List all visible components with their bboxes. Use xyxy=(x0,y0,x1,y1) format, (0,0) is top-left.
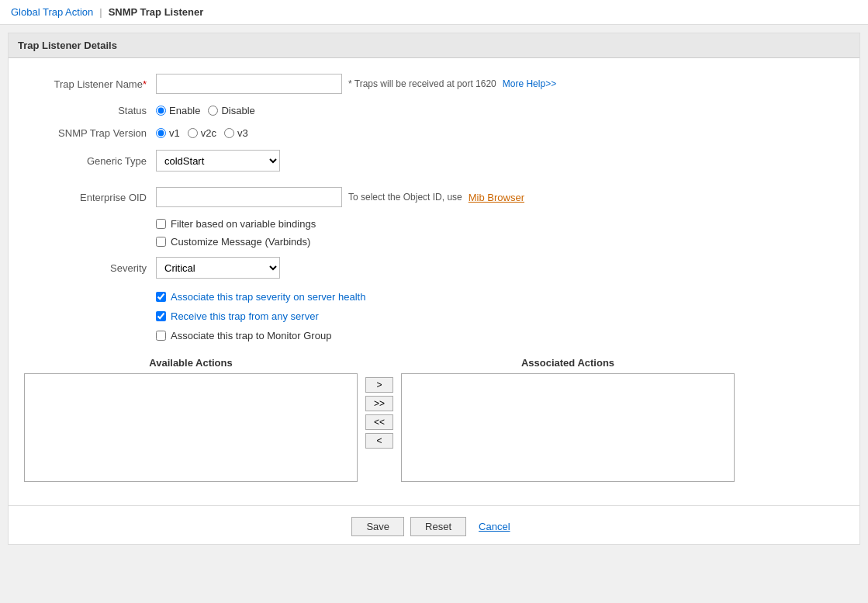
customize-message-checkbox[interactable] xyxy=(156,237,166,247)
snmp-v2c-label: v2c xyxy=(201,127,216,139)
enterprise-oid-area: To select the Object ID, use Mib Browser xyxy=(156,187,852,207)
associate-health-checkbox[interactable] xyxy=(156,292,166,302)
footer-buttons: Save Reset Cancel xyxy=(9,505,859,544)
customize-message-label: Customize Message (Varbinds) xyxy=(171,236,310,248)
snmp-v1-radio[interactable] xyxy=(156,128,166,138)
status-label: Status xyxy=(16,105,156,116)
enterprise-oid-hint: To select the Object ID, use xyxy=(348,192,462,203)
row-snmp-version: SNMP Trap Version v1 v2c v3 xyxy=(16,127,852,139)
trap-listener-name-input[interactable] xyxy=(156,74,342,94)
cancel-button[interactable]: Cancel xyxy=(472,517,516,536)
status-radio-group: Enable Disable xyxy=(156,105,852,116)
snmp-v2c-radio[interactable] xyxy=(188,128,198,138)
more-help-link[interactable]: More Help>> xyxy=(503,78,556,89)
snmp-v1-option[interactable]: v1 xyxy=(156,127,180,139)
reset-button[interactable]: Reset xyxy=(410,517,466,536)
available-actions-listbox[interactable] xyxy=(24,373,358,482)
actions-section: Available Actions > >> << < Associated A… xyxy=(16,357,852,482)
snmp-version-radio-group: v1 v2c v3 xyxy=(156,127,852,139)
move-all-button[interactable]: >> xyxy=(365,396,393,411)
row-enterprise-oid: Enterprise OID To select the Object ID, … xyxy=(16,187,852,207)
save-button[interactable]: Save xyxy=(351,517,404,536)
filter-bindings-row: Filter based on variable bindings xyxy=(156,218,852,230)
associate-health-row: Associate this trap severity on server h… xyxy=(156,291,852,303)
status-disable-label: Disable xyxy=(221,105,254,116)
snmp-v3-radio[interactable] xyxy=(224,128,234,138)
snmp-version-label: SNMP Trap Version xyxy=(16,127,156,139)
severity-select[interactable]: Critical Major Minor Warning Clear xyxy=(156,257,280,279)
associated-actions-label: Associated Actions xyxy=(521,357,614,369)
available-actions-label: Available Actions xyxy=(149,357,232,369)
filter-bindings-checkbox[interactable] xyxy=(156,219,166,229)
mib-browser-link[interactable]: Mib Browser xyxy=(469,192,524,203)
breadcrumb-parent-link[interactable]: Global Trap Action xyxy=(11,6,93,18)
main-content: Trap Listener Details Trap Listener Name… xyxy=(8,33,860,545)
severity-area: Critical Major Minor Warning Clear xyxy=(156,257,852,279)
row-trap-listener-name: Trap Listener Name* * Traps will be rece… xyxy=(16,74,852,94)
status-enable-radio[interactable] xyxy=(156,106,166,116)
breadcrumb-bar: Global Trap Action | SNMP Trap Listener xyxy=(0,0,868,25)
move-one-button[interactable]: > xyxy=(365,377,393,393)
row-status: Status Enable Disable xyxy=(16,105,852,116)
trap-listener-name-area: * Traps will be received at port 1620 Mo… xyxy=(156,74,852,94)
status-disable-radio[interactable] xyxy=(208,106,218,116)
breadcrumb-separator: | xyxy=(99,6,102,18)
associated-actions-listbox[interactable] xyxy=(401,373,735,482)
required-indicator: * xyxy=(143,78,147,90)
remove-all-button[interactable]: << xyxy=(365,414,393,430)
enterprise-oid-label: Enterprise OID xyxy=(16,192,156,203)
generic-type-select[interactable]: coldStart warmStart linkDown linkUp auth… xyxy=(156,150,280,172)
trap-listener-name-label: Trap Listener Name* xyxy=(16,78,156,90)
section-title: Trap Listener Details xyxy=(18,40,117,51)
transfer-buttons: > >> << < xyxy=(358,377,401,449)
status-enable-option[interactable]: Enable xyxy=(156,105,200,116)
snmp-v3-option[interactable]: v3 xyxy=(224,127,248,139)
trap-port-hint: * Traps will be received at port 1620 xyxy=(348,78,496,89)
customize-message-row: Customize Message (Varbinds) xyxy=(156,236,852,248)
enterprise-oid-input[interactable] xyxy=(156,187,342,207)
severity-label: Severity xyxy=(16,262,156,274)
status-enable-label: Enable xyxy=(169,105,200,116)
associate-health-label: Associate this trap severity on server h… xyxy=(171,291,365,303)
row-severity: Severity Critical Major Minor Warning Cl… xyxy=(16,257,852,279)
generic-type-label: Generic Type xyxy=(16,155,156,167)
available-actions-column: Available Actions xyxy=(24,357,358,482)
section-header: Trap Listener Details xyxy=(9,33,859,58)
filter-bindings-label: Filter based on variable bindings xyxy=(171,218,316,230)
form-body: Trap Listener Name* * Traps will be rece… xyxy=(9,58,859,490)
status-disable-option[interactable]: Disable xyxy=(208,105,254,116)
receive-any-server-row: Receive this trap from any server xyxy=(156,310,852,322)
associate-monitor-row: Associate this trap to Monitor Group xyxy=(156,330,852,341)
row-generic-type: Generic Type coldStart warmStart linkDow… xyxy=(16,150,852,172)
snmp-v1-label: v1 xyxy=(169,127,180,139)
generic-type-area: coldStart warmStart linkDown linkUp auth… xyxy=(156,150,852,172)
associate-monitor-checkbox[interactable] xyxy=(156,331,166,341)
receive-any-server-label: Receive this trap from any server xyxy=(171,310,319,322)
remove-one-button[interactable]: < xyxy=(365,433,393,449)
snmp-v3-label: v3 xyxy=(237,127,248,139)
associate-monitor-label: Associate this trap to Monitor Group xyxy=(171,330,331,341)
breadcrumb-current: SNMP Trap Listener xyxy=(109,6,204,18)
snmp-v2c-option[interactable]: v2c xyxy=(188,127,216,139)
receive-any-server-checkbox[interactable] xyxy=(156,311,166,321)
associated-actions-column: Associated Actions xyxy=(401,357,735,482)
